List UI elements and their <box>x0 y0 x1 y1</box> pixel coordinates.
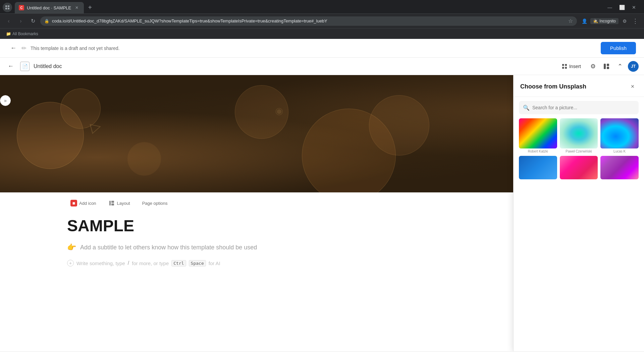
security-icon: 🔒 <box>44 19 49 23</box>
unsplash-image-6[interactable] <box>600 156 639 179</box>
svg-rect-9 <box>607 64 609 66</box>
doc-heading[interactable]: SAMPLE <box>67 217 577 235</box>
space-key: Space <box>189 260 206 266</box>
svg-rect-12 <box>111 201 114 203</box>
add-icon-square: ■ <box>70 200 77 206</box>
toolbar-right: Insert ⚙ ⌃ JT <box>558 61 639 72</box>
search-icon: 🔍 <box>523 105 530 111</box>
nav-right-controls: 👤 🕵 Incognito ⚙ ⋮ <box>580 16 640 26</box>
svg-rect-7 <box>565 67 567 69</box>
image-thumbnail <box>600 156 639 179</box>
restore-button[interactable]: ⬜ <box>617 3 627 12</box>
main-content: » ▷ ◉ <box>0 75 644 351</box>
svg-rect-1 <box>8 5 9 7</box>
unsplash-image-4[interactable] <box>519 156 557 179</box>
bookmarks-folder[interactable]: 📁 All Bookmarks <box>4 31 40 37</box>
layout-label: Layout <box>117 201 130 206</box>
incognito-icon: 🕵 <box>593 19 598 23</box>
write-prompt-text3: for AI <box>209 260 220 266</box>
reload-button[interactable]: ↻ <box>28 16 38 26</box>
image-thumbnail <box>519 156 557 179</box>
tab-group-button[interactable] <box>3 3 12 12</box>
image-thumbnail <box>600 118 639 148</box>
bottom-toolbar <box>0 351 644 362</box>
svg-rect-8 <box>604 64 606 69</box>
image-credit: Robert Katzki <box>519 149 557 153</box>
cover-shape <box>369 95 429 156</box>
doc-icon: 📄 <box>20 62 30 71</box>
layout-icon <box>108 200 115 206</box>
subtitle-placeholder[interactable]: 👉 Add a subtitle to let others know how … <box>67 243 577 252</box>
profile-button[interactable]: 👤 <box>580 16 589 26</box>
minimize-button[interactable]: — <box>605 3 614 12</box>
close-button[interactable]: ✕ <box>629 3 639 12</box>
write-prompt-text1: Write something, type <box>76 260 125 266</box>
unsplash-image-2[interactable]: Paweł Czerwiński <box>560 118 598 153</box>
cover-shape <box>127 142 161 176</box>
navigation-bar: ‹ › ↻ 🔒 coda.io/d/Untitled-doc_d78bgfqZA… <box>0 13 644 28</box>
svg-rect-11 <box>109 201 111 205</box>
unsplash-row-1: Robert Katzki Paweł Czerwiński Lucas K <box>519 118 639 153</box>
svg-rect-13 <box>111 203 114 205</box>
doc-title: Untitled doc <box>34 63 554 69</box>
write-prompt-text2: for more, or type <box>132 260 169 266</box>
forward-button[interactable]: › <box>16 16 25 26</box>
doc-area: ← 📄 Untitled doc Insert ⚙ <box>0 58 644 362</box>
image-thumbnail <box>560 118 598 148</box>
unsplash-image-5[interactable] <box>560 156 598 179</box>
write-prompt: + Write something, type / for more, or t… <box>67 260 577 266</box>
bookmarks-bar: 📁 All Bookmarks <box>0 28 644 39</box>
tab-favicon: C <box>19 5 24 10</box>
draft-back-button[interactable]: ← <box>8 43 19 54</box>
unsplash-image-1[interactable]: Robert Katzki <box>519 118 557 153</box>
new-tab-button[interactable]: + <box>85 3 95 12</box>
add-icon-button[interactable]: ■ Add icon <box>67 198 100 208</box>
subtitle-text: Add a subtitle to let others know how th… <box>80 244 257 251</box>
publish-button[interactable]: Publish <box>601 42 636 54</box>
tab-title: Untitled doc · SAMPLE <box>27 5 71 10</box>
extensions-button[interactable]: ⚙ <box>620 16 629 26</box>
svg-rect-6 <box>562 67 564 69</box>
active-tab[interactable]: C Untitled doc · SAMPLE ✕ <box>15 2 84 13</box>
bookmarks-label: All Bookmarks <box>12 32 38 36</box>
tab-close-button[interactable]: ✕ <box>74 5 80 11</box>
page-actions: ■ Add icon Layout <box>67 192 577 211</box>
image-thumbnail <box>519 118 557 148</box>
layout-action-button[interactable]: Layout <box>105 198 133 208</box>
plus-icon: + <box>67 260 74 266</box>
search-input[interactable] <box>532 105 635 110</box>
tab-bar: C Untitled doc · SAMPLE ✕ + — ⬜ ✕ <box>0 0 644 13</box>
draft-banner: ← ✏ This template is a draft and not yet… <box>0 39 644 58</box>
back-button[interactable]: ‹ <box>4 16 13 26</box>
unsplash-search-bar: 🔍 <box>519 101 639 114</box>
sidebar-toggle-button[interactable]: » <box>0 95 11 106</box>
page-options-button[interactable]: Page options <box>139 199 171 208</box>
doc-back-button[interactable]: ← <box>5 61 16 72</box>
menu-button[interactable]: ⋮ <box>631 16 640 26</box>
settings-button[interactable]: ⚙ <box>588 61 598 72</box>
unsplash-image-3[interactable]: Lucas K <box>600 118 639 153</box>
write-prompt-slash: / <box>128 260 129 266</box>
browser-window: C Untitled doc · SAMPLE ✕ + — ⬜ ✕ ‹ › ↻ … <box>0 0 644 362</box>
avatar-button[interactable]: JT <box>628 61 639 72</box>
incognito-label: Incognito <box>599 19 616 23</box>
layout-button[interactable] <box>601 61 612 72</box>
insert-label: Insert <box>569 64 581 69</box>
grid-icon <box>562 64 567 69</box>
url-text: coda.io/d/Untitled-doc_d78bgfqZAKd/SAMPL… <box>52 18 566 23</box>
svg-rect-4 <box>562 64 564 66</box>
svg-rect-5 <box>565 64 567 66</box>
chevron-right-icon: » <box>4 98 7 103</box>
svg-rect-0 <box>5 5 7 7</box>
expand-button[interactable]: ⌃ <box>614 61 625 72</box>
address-bar[interactable]: 🔒 coda.io/d/Untitled-doc_d78bgfqZAKd/SAM… <box>40 16 577 26</box>
insert-button[interactable]: Insert <box>558 62 585 71</box>
image-credit: Lucas K <box>600 149 639 153</box>
folder-icon: 📁 <box>6 32 11 36</box>
image-thumbnail <box>560 156 598 179</box>
bookmark-icon[interactable]: ☆ <box>568 18 573 24</box>
image-credit: Paweł Czerwiński <box>560 149 598 153</box>
unsplash-close-button[interactable]: × <box>628 82 637 91</box>
ctrl-key: Ctrl <box>171 260 186 266</box>
add-icon-label: Add icon <box>79 201 96 206</box>
